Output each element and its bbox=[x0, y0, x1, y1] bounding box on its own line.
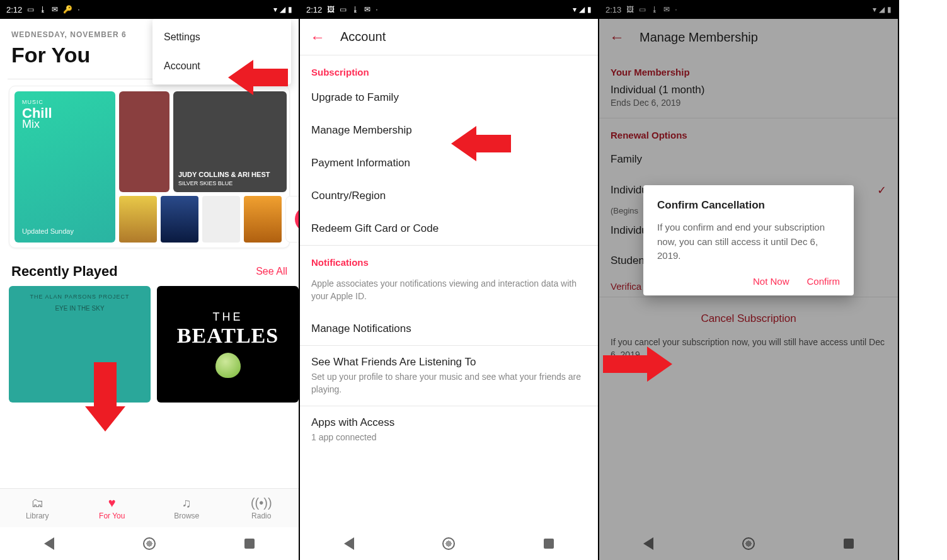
status-bar: 2:12 🖼 ▭ ⭳ ✉ · ▾ ◢ ▮ bbox=[300, 0, 598, 19]
thumb-3[interactable] bbox=[202, 196, 240, 243]
dialog-title: Confirm Cancellation bbox=[657, 199, 840, 212]
battery-icon: ▮ bbox=[587, 5, 592, 14]
chill-line2: Mix bbox=[22, 118, 108, 131]
back-icon[interactable]: ← bbox=[310, 28, 325, 46]
tab-radio[interactable]: ((•))Radio bbox=[224, 489, 299, 527]
mail-icon: ✉ bbox=[52, 5, 58, 14]
tile-judy-collins[interactable]: JUDY COLLINS & ARI HESTSILVER SKIES BLUE bbox=[173, 91, 287, 192]
updated-label: Updated Sunday bbox=[22, 227, 108, 235]
confirm-button[interactable]: Confirm bbox=[806, 276, 840, 287]
item-payment-info[interactable]: Payment Information bbox=[300, 147, 598, 180]
tab-browse-label: Browse bbox=[174, 511, 199, 520]
thumb-2[interactable] bbox=[161, 196, 198, 243]
judy-sub: SILVER SKIES BLUE bbox=[178, 180, 232, 186]
apple-music-label: MUSIC bbox=[22, 99, 108, 105]
rp-tile-beatles[interactable]: THE BEATLES bbox=[157, 286, 299, 403]
heart-icon: ♥ bbox=[108, 496, 116, 510]
item-redeem-gift[interactable]: Redeem Gift Card or Code bbox=[300, 212, 598, 245]
account-header: ← Account bbox=[300, 19, 598, 55]
nav-back[interactable] bbox=[44, 537, 54, 550]
notifications-desc-text: Apple associates your notifications view… bbox=[311, 278, 587, 302]
apps-title: Apps with Access bbox=[311, 416, 587, 429]
panel-for-you: 2:12 ▭ ⭳ ✉ 🔑 · ▾ ◢ ▮ WEDNESDAY, NOVEMBER… bbox=[0, 0, 300, 560]
play-button[interactable] bbox=[285, 196, 300, 243]
dot-icon: · bbox=[77, 5, 79, 14]
panel-manage-membership: 2:13 🖼 ▭ ⭳ ✉ · ▾ ◢ ▮ ← Manage Membership… bbox=[599, 0, 899, 560]
tab-foryou[interactable]: ♥For You bbox=[75, 489, 150, 527]
item-manage-notifications[interactable]: Manage Notifications bbox=[300, 312, 598, 345]
rp1-top: THE ALAN PARSONS PROJECT bbox=[9, 294, 151, 300]
status-icon: ▭ bbox=[27, 5, 34, 14]
menu-settings[interactable]: Settings bbox=[152, 23, 291, 52]
for-you-grid: MUSIC Chill Mix Updated Sunday JUDY COLL… bbox=[9, 86, 290, 248]
nav-back[interactable] bbox=[344, 537, 354, 550]
tab-bar: 🗂Library ♥For You ♫Browse ((•))Radio bbox=[0, 488, 299, 527]
tab-radio-label: Radio bbox=[251, 511, 271, 520]
download-icon: ⭳ bbox=[352, 5, 359, 14]
rp-tile-parsons[interactable]: THE ALAN PARSONS PROJECT EYE IN THE SKY bbox=[9, 286, 151, 403]
rp2-main: BEATLES bbox=[177, 324, 278, 348]
thumb-1[interactable] bbox=[119, 196, 157, 243]
download-icon: ⭳ bbox=[39, 5, 47, 14]
wifi-icon: ▾ bbox=[573, 5, 577, 14]
item-friends-listening[interactable]: See What Friends Are Listening To Set up… bbox=[300, 346, 598, 406]
subscription-label: Subscription bbox=[300, 55, 598, 81]
key-icon: 🔑 bbox=[63, 5, 72, 14]
not-now-button[interactable]: Not Now bbox=[753, 276, 789, 287]
rp1-sub: EYE IN THE SKY bbox=[9, 305, 151, 312]
apple-icon bbox=[215, 353, 241, 378]
recently-played-row[interactable]: THE ALAN PARSONS PROJECT EYE IN THE SKY … bbox=[0, 286, 299, 403]
signal-icon: ◢ bbox=[579, 5, 585, 14]
radio-icon: ((•)) bbox=[251, 496, 272, 510]
rp2-top: THE bbox=[213, 311, 243, 324]
friends-title: See What Friends Are Listening To bbox=[311, 356, 587, 369]
item-country-region[interactable]: Country/Region bbox=[300, 180, 598, 212]
wifi-icon: ▾ bbox=[273, 5, 277, 14]
status-time: 2:12 bbox=[306, 5, 322, 14]
tab-browse[interactable]: ♫Browse bbox=[149, 489, 224, 527]
recently-played-title: Recently Played bbox=[11, 263, 118, 280]
notifications-label: Notifications bbox=[300, 246, 598, 271]
note-icon: ♫ bbox=[182, 496, 192, 510]
tile-album-1[interactable] bbox=[119, 91, 169, 192]
panel-account: 2:12 🖼 ▭ ⭳ ✉ · ▾ ◢ ▮ ← Account Subscript… bbox=[300, 0, 599, 560]
item-manage-membership[interactable]: Manage Membership bbox=[300, 114, 598, 147]
status-time: 2:12 bbox=[6, 5, 22, 14]
android-navbar bbox=[300, 527, 598, 560]
tile-chill-mix[interactable]: MUSIC Chill Mix Updated Sunday bbox=[14, 91, 115, 243]
nav-recents[interactable] bbox=[244, 539, 255, 549]
thumb-4[interactable] bbox=[244, 196, 282, 243]
apps-desc: 1 app connected bbox=[311, 431, 587, 444]
play-icon bbox=[295, 207, 300, 232]
friends-desc: Set up your profile to share your music … bbox=[311, 371, 587, 396]
annotation-arrow-account bbox=[228, 60, 288, 95]
tab-library-label: Library bbox=[26, 511, 49, 520]
notifications-desc: Apple associates your notifications view… bbox=[300, 271, 598, 312]
recently-played-header: Recently Played See All bbox=[0, 254, 299, 286]
battery-icon: ▮ bbox=[288, 5, 292, 14]
confirm-cancel-dialog: Confirm Cancellation If you confirm and … bbox=[643, 185, 854, 295]
nav-recents[interactable] bbox=[544, 539, 554, 549]
see-all-link[interactable]: See All bbox=[256, 266, 287, 277]
signal-icon: ◢ bbox=[280, 5, 285, 14]
dialog-body: If you confirm and end your subscription… bbox=[657, 220, 840, 263]
judy-label: JUDY COLLINS & ARI HEST bbox=[178, 171, 270, 178]
android-navbar bbox=[0, 527, 299, 560]
item-upgrade-family[interactable]: Upgrade to Family bbox=[300, 81, 598, 114]
account-title: Account bbox=[340, 30, 386, 44]
nav-home[interactable] bbox=[442, 537, 455, 550]
dot-icon: · bbox=[376, 5, 377, 14]
image-icon: 🖼 bbox=[327, 5, 335, 14]
tab-foryou-label: For You bbox=[99, 511, 125, 520]
item-apps-access[interactable]: Apps with Access 1 app connected bbox=[300, 406, 598, 454]
mail-icon: ✉ bbox=[364, 5, 370, 14]
nav-home[interactable] bbox=[143, 537, 156, 550]
status-bar: 2:12 ▭ ⭳ ✉ 🔑 · ▾ ◢ ▮ bbox=[0, 0, 299, 19]
annotation-arrow-scroll bbox=[85, 362, 125, 431]
library-icon: 🗂 bbox=[31, 496, 43, 510]
tab-library[interactable]: 🗂Library bbox=[0, 489, 75, 527]
status-icon: ▭ bbox=[340, 5, 347, 14]
annotation-arrow-cancel bbox=[603, 346, 672, 382]
annotation-arrow-manage bbox=[451, 126, 511, 161]
